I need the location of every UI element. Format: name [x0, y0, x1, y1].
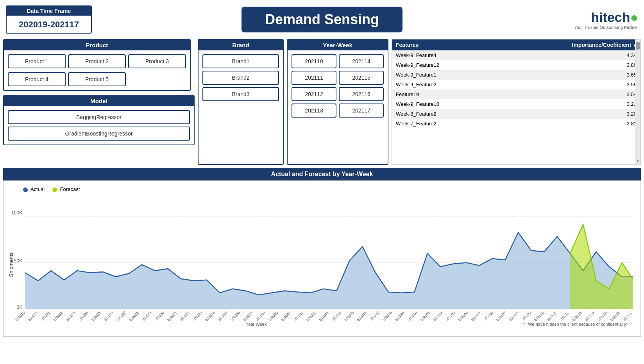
yearweek-panel-title: Year-Week	[288, 40, 388, 50]
svg-text:202106: 202106	[483, 311, 494, 321]
svg-text:202021: 202021	[40, 311, 51, 321]
features-col1-header: Features	[392, 39, 495, 50]
y-axis-label: Shipments	[8, 252, 14, 277]
yearweek-panel: Year-Week 202110 202114 202111 202115 20…	[287, 39, 388, 165]
svg-text:202112: 202112	[559, 311, 570, 321]
svg-text:202036: 202036	[230, 311, 241, 321]
chart-footer-note: * * We have hidden the client because of…	[522, 322, 633, 327]
svg-text:202032: 202032	[179, 311, 190, 321]
svg-text:202050: 202050	[407, 311, 418, 321]
controls-area: Product Product 1 Product 2 Product 3 Pr…	[0, 39, 644, 168]
svg-text:202048: 202048	[382, 311, 393, 321]
logo-hi: hi	[591, 10, 603, 25]
features-tbody: Week-9_Feature44.34Week-9_Feature123.80W…	[392, 50, 640, 128]
svg-text:202028: 202028	[129, 311, 140, 321]
data-time-frame-value: 202019-202117	[13, 18, 85, 30]
legend-forecast-dot	[52, 187, 57, 192]
y-tick-50k: 50K	[14, 258, 23, 264]
data-time-frame-title: Data Time Frame	[7, 6, 91, 16]
feature-name: Feature19	[392, 89, 495, 99]
yw-btn-202111[interactable]: 202111	[292, 71, 336, 85]
main-title: Demand Sensing	[242, 7, 402, 32]
svg-text:202041: 202041	[293, 311, 304, 321]
svg-text:202104: 202104	[458, 311, 469, 321]
features-scrollbar[interactable]: ▼	[635, 39, 640, 164]
svg-text:202110: 202110	[533, 311, 544, 321]
y-tick-0k: 0K	[16, 305, 23, 310]
legend-forecast: Forecast	[52, 186, 80, 192]
product-btn-3[interactable]: Product 3	[128, 54, 186, 68]
svg-text:202117: 202117	[622, 311, 633, 321]
features-col2-header: Importance/Coefficient ▼	[495, 39, 640, 50]
chart-title: Actual and Forecast by Year-Week	[3, 168, 641, 180]
yw-btn-202110[interactable]: 202110	[292, 54, 336, 68]
product-btn-1[interactable]: Product 1	[8, 54, 66, 68]
feature-name: Week-9_Feature10	[392, 99, 495, 109]
features-row: Week-9_Feature103.21	[392, 99, 640, 109]
svg-text:202037: 202037	[242, 311, 253, 321]
brand-btn-1[interactable]: Brand1	[202, 54, 279, 68]
actual-area	[25, 232, 633, 309]
features-row: Week-8_Feature23.20	[392, 109, 640, 119]
feature-name: Week-9_Feature4	[392, 50, 495, 60]
feature-value: 2.81	[495, 119, 640, 128]
feature-value: 3.21	[495, 99, 640, 109]
model-btn-gradient[interactable]: GradientBoostingRegressor	[8, 127, 190, 141]
product-btn-4[interactable]: Product 4	[8, 72, 66, 86]
left-controls: Product Product 1 Product 2 Product 3 Pr…	[3, 39, 195, 165]
chart-svg-wrapper: 0K 50K 100K Shipments 20201920	[7, 192, 637, 321]
yw-btn-202112[interactable]: 202112	[292, 87, 336, 101]
svg-text:202109: 202109	[521, 311, 532, 321]
legend-forecast-label: Forecast	[60, 186, 80, 192]
features-row: Week-9_Feature44.34	[392, 50, 640, 60]
svg-text:202043: 202043	[318, 311, 329, 321]
svg-text:202114: 202114	[584, 311, 595, 321]
svg-text:202111: 202111	[546, 311, 557, 321]
svg-text:202030: 202030	[154, 311, 165, 321]
svg-text:202035: 202035	[217, 311, 228, 321]
svg-text:202020: 202020	[27, 311, 38, 321]
feature-value: 3.65	[495, 70, 640, 80]
legend-actual-label: Actual	[30, 186, 45, 192]
yw-btn-202117[interactable]: 202117	[339, 103, 384, 118]
chart-svg: 0K 50K 100K Shipments 20201920	[7, 192, 637, 321]
features-panel: Features Importance/Coefficient ▼ Week-9…	[392, 39, 641, 165]
svg-text:202108: 202108	[508, 311, 519, 321]
yw-btn-202115[interactable]: 202115	[339, 71, 384, 85]
features-row: Feature193.54	[392, 89, 640, 99]
yw-btn-202116[interactable]: 202116	[339, 87, 384, 101]
yw-btn-202113[interactable]: 202113	[292, 103, 336, 118]
svg-text:202026: 202026	[103, 311, 114, 321]
svg-text:202022: 202022	[53, 311, 64, 321]
features-row: Week-9_Feature13.65	[392, 70, 640, 80]
yearweek-grid: 202110 202114 202111 202115 202112 20211…	[288, 50, 388, 121]
svg-text:202107: 202107	[496, 311, 506, 321]
yw-btn-202114[interactable]: 202114	[339, 54, 384, 68]
brand-btn-2[interactable]: Brand2	[202, 71, 279, 85]
scrollbar-thumb	[636, 42, 640, 50]
brand-btn-3[interactable]: Brand3	[202, 87, 279, 101]
svg-text:202102: 202102	[432, 311, 443, 321]
feature-value: 3.20	[495, 109, 640, 119]
product-buttons-row2: Product 4 Product 5	[4, 72, 190, 90]
feature-name: Week-8_Feature2	[392, 109, 495, 119]
chart-container: Actual Forecast 0K 50K 100K Shipments	[3, 180, 641, 337]
product-btn-5[interactable]: Product 5	[68, 72, 126, 86]
svg-text:202040: 202040	[281, 311, 292, 321]
feature-value: 3.54	[495, 89, 640, 99]
svg-text:202049: 202049	[394, 311, 405, 321]
svg-text:202027: 202027	[116, 311, 127, 321]
scroll-down-icon[interactable]: ▼	[636, 159, 639, 163]
svg-text:202105: 202105	[470, 311, 481, 321]
feature-name: Week-7_Feature2	[392, 119, 495, 128]
x-axis-label: Year Week	[246, 322, 267, 327]
model-btn-bagging[interactable]: BaggingRegressor	[8, 110, 190, 124]
features-wrapper: Features Importance/Coefficient ▼ Week-9…	[392, 39, 641, 165]
product-btn-2[interactable]: Product 2	[68, 54, 126, 68]
svg-text:202103: 202103	[445, 311, 456, 321]
svg-text:202023: 202023	[65, 311, 76, 321]
logo-area: hitech● Your Trusted Outsourcing Partner	[552, 10, 638, 30]
feature-name: Week-9_Feature1	[392, 70, 495, 80]
model-panel: Model BaggingRegressor GradientBoostingR…	[3, 95, 195, 145]
chart-footer: Year Week * * We have hidden the client …	[7, 321, 637, 327]
